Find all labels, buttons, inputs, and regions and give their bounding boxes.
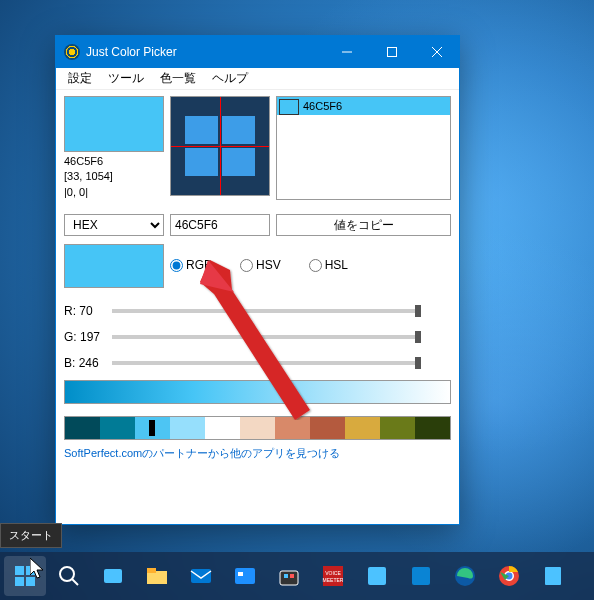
minimize-button[interactable]: [324, 36, 369, 68]
palette-swatch[interactable]: [310, 417, 345, 439]
svg-rect-15: [191, 569, 211, 583]
taskbar: VOICEMEETER: [0, 552, 594, 600]
titlebar[interactable]: Just Color Picker: [56, 36, 459, 68]
palette-swatch[interactable]: [100, 417, 135, 439]
task-view-button[interactable]: [92, 556, 134, 596]
format-select[interactable]: HEX: [64, 214, 164, 236]
palette-swatch-selected[interactable]: [135, 417, 170, 439]
channel-row-b: B: 246: [64, 350, 451, 376]
chrome-icon[interactable]: [488, 556, 530, 596]
palette-swatch[interactable]: [415, 417, 450, 439]
svg-rect-14: [147, 568, 156, 573]
svg-rect-20: [290, 574, 294, 578]
svg-marker-31: [30, 558, 43, 578]
mail-icon[interactable]: [180, 556, 222, 596]
explorer-icon[interactable]: [136, 556, 178, 596]
search-button[interactable]: [48, 556, 90, 596]
coords-label: [33, 1054]: [64, 169, 164, 184]
app-icon-4[interactable]: [532, 556, 574, 596]
svg-rect-19: [284, 574, 288, 578]
palette-swatch[interactable]: [380, 417, 415, 439]
svg-rect-24: [368, 567, 386, 585]
menu-colors[interactable]: 色一覧: [152, 68, 204, 89]
menubar: 設定 ツール 色一覧 ヘルプ: [56, 68, 459, 90]
app-icon-3[interactable]: [400, 556, 442, 596]
svg-line-11: [72, 579, 78, 585]
svg-rect-1: [387, 48, 396, 57]
start-tooltip: スタート: [0, 523, 62, 548]
svg-point-10: [60, 567, 74, 581]
history-item[interactable]: 46C5F6: [277, 97, 450, 115]
hex-label: 46C5F6: [64, 154, 164, 169]
svg-rect-18: [280, 571, 298, 585]
current-color-swatch: [64, 96, 164, 152]
svg-rect-17: [238, 572, 243, 576]
offset-label: |0, 0|: [64, 185, 164, 200]
channel-sliders: R: 70 G: 197 B: 246: [64, 298, 451, 376]
svg-rect-21: [323, 566, 343, 586]
svg-text:MEETER: MEETER: [323, 577, 344, 583]
palette-swatch[interactable]: [345, 417, 380, 439]
window-title: Just Color Picker: [86, 45, 324, 59]
palette-swatch[interactable]: [170, 417, 205, 439]
svg-rect-6: [15, 566, 24, 575]
magnifier-preview: [170, 96, 270, 196]
maximize-button[interactable]: [369, 36, 414, 68]
edge-icon[interactable]: [444, 556, 486, 596]
radio-rgb[interactable]: RGB: [170, 258, 212, 272]
voicemeeter-icon[interactable]: VOICEMEETER: [312, 556, 354, 596]
channel-row-g: G: 197: [64, 324, 451, 350]
palette-row: [64, 416, 451, 440]
menu-tools[interactable]: ツール: [100, 68, 152, 89]
swatch-info: 46C5F6 [33, 1054] |0, 0|: [64, 154, 164, 200]
palette-swatch[interactable]: [65, 417, 100, 439]
app-icon: [64, 44, 80, 60]
app-icon-2[interactable]: [356, 556, 398, 596]
svg-rect-12: [104, 569, 122, 583]
color-code-input[interactable]: [170, 214, 270, 236]
menu-settings[interactable]: 設定: [60, 68, 100, 89]
color-history-list[interactable]: 46C5F6: [276, 96, 451, 200]
channel-row-r: R: 70: [64, 298, 451, 324]
color-model-group: RGB HSV HSL: [170, 244, 348, 272]
gradient-bar[interactable]: [64, 380, 451, 404]
svg-rect-8: [15, 577, 24, 586]
cursor-icon: [30, 558, 48, 582]
radio-hsl[interactable]: HSL: [309, 258, 348, 272]
store-icon[interactable]: [268, 556, 310, 596]
palette-swatch[interactable]: [240, 417, 275, 439]
app-icon-1[interactable]: [224, 556, 266, 596]
crosshair-v: [220, 97, 221, 195]
palette-swatch[interactable]: [205, 417, 240, 439]
svg-rect-30: [545, 567, 561, 585]
app-window: Just Color Picker 設定 ツール 色一覧 ヘルプ 46C5F6 …: [55, 35, 460, 525]
close-button[interactable]: [414, 36, 459, 68]
slider-r[interactable]: [112, 309, 421, 313]
palette-swatch[interactable]: [275, 417, 310, 439]
slider-g[interactable]: [112, 335, 421, 339]
radio-hsv[interactable]: HSV: [240, 258, 281, 272]
adjusted-color-swatch: [64, 244, 164, 288]
copy-button[interactable]: 値をコピー: [276, 214, 451, 236]
svg-text:VOICE: VOICE: [325, 570, 341, 576]
slider-b[interactable]: [112, 361, 421, 365]
footer-link[interactable]: SoftPerfect.comのパートナーから他のアプリを見つける: [64, 446, 451, 461]
menu-help[interactable]: ヘルプ: [204, 68, 256, 89]
svg-rect-25: [412, 567, 430, 585]
